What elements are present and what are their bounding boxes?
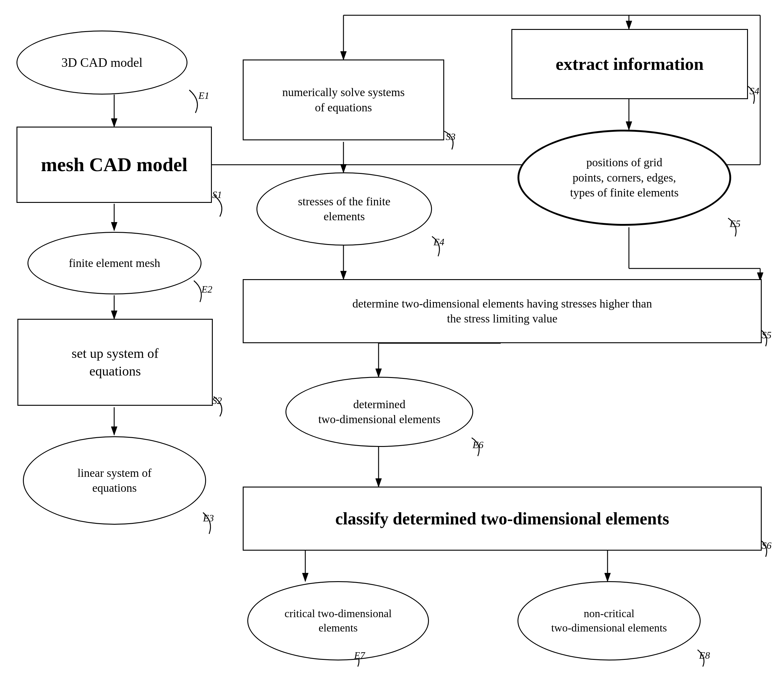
- label-S3: S3: [446, 131, 456, 142]
- node-solve-equations: numerically solve systemsof equations: [243, 60, 444, 140]
- label-E3: E3: [203, 513, 214, 524]
- label-E5: E5: [730, 218, 741, 230]
- label-S2: S2: [212, 395, 222, 406]
- node-positions: positions of gridpoints, corners, edges,…: [517, 130, 731, 226]
- node-3d-cad-model: 3D CAD model: [16, 30, 188, 94]
- node-classify: classify determined two-dimensional elem…: [243, 486, 762, 551]
- label-E2: E2: [202, 284, 213, 295]
- label-S4: S4: [749, 85, 759, 97]
- label-S1: S1: [212, 189, 222, 200]
- node-extract-info: extract information: [511, 29, 748, 99]
- node-finite-element-mesh: finite element mesh: [27, 232, 202, 294]
- label-E6: E6: [473, 439, 484, 450]
- node-noncritical: non-criticaltwo-dimensional elements: [517, 581, 700, 661]
- label-E4: E4: [434, 236, 445, 248]
- node-critical: critical two-dimensionalelements: [247, 581, 429, 661]
- node-determine: determine two-dimensional elements havin…: [243, 279, 762, 343]
- node-mesh-cad-model: mesh CAD model: [16, 127, 212, 203]
- label-E7: E7: [354, 650, 365, 661]
- flowchart: 3D CAD model mesh CAD model finite eleme…: [0, 0, 784, 680]
- node-stresses: stresses of the finiteelements: [256, 172, 432, 246]
- label-E8: E8: [699, 650, 710, 661]
- node-linear-system: linear system ofequations: [23, 436, 206, 525]
- node-setup-equations: set up system ofequations: [17, 319, 213, 406]
- label-S6: S6: [762, 540, 771, 551]
- node-determined-2d: determinedtwo-dimensional elements: [286, 377, 473, 447]
- label-S5: S5: [762, 329, 771, 341]
- label-E1: E1: [199, 90, 210, 101]
